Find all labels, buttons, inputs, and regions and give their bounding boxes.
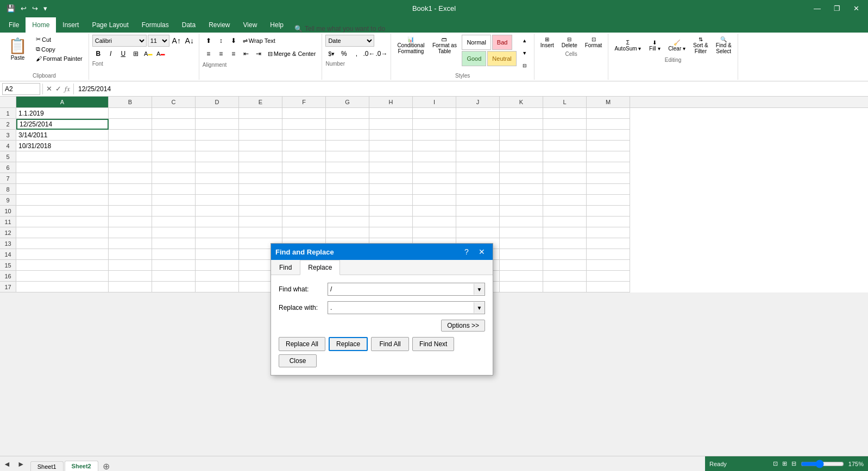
col-header-c[interactable]: C: [152, 97, 196, 107]
cell-I11[interactable]: [413, 217, 456, 227]
conditional-formatting-button[interactable]: 📊 ConditionalFormatting: [394, 35, 427, 56]
cell-C15[interactable]: [152, 260, 196, 271]
cell-D11[interactable]: [196, 217, 239, 227]
cell-G7[interactable]: [326, 173, 369, 184]
cell-M11[interactable]: [587, 217, 630, 227]
col-header-d[interactable]: D: [196, 97, 239, 107]
cell-L9[interactable]: [543, 195, 587, 206]
row-num-17[interactable]: 17: [0, 282, 16, 292]
cell-M1[interactable]: [587, 108, 630, 119]
cell-J5[interactable]: [456, 151, 500, 162]
cell-K4[interactable]: [500, 141, 543, 151]
col-header-g[interactable]: G: [326, 97, 369, 107]
underline-button[interactable]: U: [117, 48, 129, 60]
font-color-button[interactable]: A▬: [155, 48, 167, 60]
cell-I6[interactable]: [413, 162, 456, 173]
cell-I4[interactable]: [413, 141, 456, 151]
tab-page-layout[interactable]: Page Layout: [85, 17, 135, 33]
cell-C16[interactable]: [152, 271, 196, 282]
cell-C14[interactable]: [152, 249, 196, 260]
cell-G3[interactable]: [326, 130, 369, 141]
cell-A11[interactable]: [16, 217, 109, 227]
cell-A10[interactable]: [16, 206, 109, 217]
cell-G2[interactable]: [326, 119, 369, 130]
cell-K1[interactable]: [500, 108, 543, 119]
cancel-formula-button[interactable]: ✕: [45, 85, 53, 93]
cell-M17[interactable]: [587, 282, 630, 292]
cell-L16[interactable]: [543, 271, 587, 282]
cell-J9[interactable]: [456, 195, 500, 206]
cell-C8[interactable]: [152, 184, 196, 195]
confirm-formula-button[interactable]: ✓: [54, 85, 62, 93]
dialog-tab-find[interactable]: Find: [271, 260, 300, 275]
cell-G5[interactable]: [326, 151, 369, 162]
cell-D10[interactable]: [196, 206, 239, 217]
font-size-increase[interactable]: A↑: [171, 35, 183, 47]
format-as-table-button[interactable]: 🗃 Format asTable: [429, 35, 460, 56]
cell-B16[interactable]: [109, 271, 152, 282]
cell-M13[interactable]: [587, 238, 630, 249]
percent-button[interactable]: %: [338, 48, 350, 60]
cell-G4[interactable]: [326, 141, 369, 151]
cell-H3[interactable]: [369, 130, 413, 141]
fill-button[interactable]: ⬇ Fill ▾: [646, 35, 663, 56]
cell-L1[interactable]: [543, 108, 587, 119]
cell-H1[interactable]: [369, 108, 413, 119]
cell-F12[interactable]: [282, 227, 326, 238]
cell-H6[interactable]: [369, 162, 413, 173]
cell-F10[interactable]: [282, 206, 326, 217]
cell-B13[interactable]: [109, 238, 152, 249]
cell-E5[interactable]: [239, 151, 282, 162]
clear-button[interactable]: 🧹 Clear ▾: [665, 35, 688, 56]
row-num-12[interactable]: 12: [0, 227, 16, 238]
cell-H10[interactable]: [369, 206, 413, 217]
cell-F6[interactable]: [282, 162, 326, 173]
align-left-button[interactable]: ≡: [203, 48, 215, 60]
align-bottom-button[interactable]: ⬇: [228, 35, 240, 47]
cell-D3[interactable]: [196, 130, 239, 141]
find-what-dropdown[interactable]: ▼: [474, 284, 485, 292]
cell-C12[interactable]: [152, 227, 196, 238]
cell-B6[interactable]: [109, 162, 152, 173]
cell-K10[interactable]: [500, 206, 543, 217]
cell-G8[interactable]: [326, 184, 369, 195]
cell-L4[interactable]: [543, 141, 587, 151]
cell-D2[interactable]: [196, 119, 239, 130]
row-num-7[interactable]: 7: [0, 173, 16, 184]
col-header-j[interactable]: J: [456, 97, 500, 107]
styles-expand[interactable]: ⊟: [519, 60, 531, 72]
paste-button[interactable]: 📋 Paste: [3, 35, 32, 63]
cell-C3[interactable]: [152, 130, 196, 141]
cell-L12[interactable]: [543, 227, 587, 238]
row-num-15[interactable]: 15: [0, 260, 16, 271]
cell-C2[interactable]: [152, 119, 196, 130]
cell-J6[interactable]: [456, 162, 500, 173]
cell-L6[interactable]: [543, 162, 587, 173]
find-select-button[interactable]: 🔍 Find &Select: [713, 35, 734, 56]
cell-D14[interactable]: [196, 249, 239, 260]
align-middle-button[interactable]: ↕: [215, 35, 227, 47]
cell-C13[interactable]: [152, 238, 196, 249]
copy-button[interactable]: ⧉ Copy: [33, 44, 85, 54]
cell-E3[interactable]: [239, 130, 282, 141]
cell-J3[interactable]: [456, 130, 500, 141]
cell-B1[interactable]: [109, 108, 152, 119]
cell-F7[interactable]: [282, 173, 326, 184]
cell-M5[interactable]: [587, 151, 630, 162]
tab-file[interactable]: File: [2, 17, 26, 33]
find-what-input-wrapper[interactable]: ▼: [328, 283, 485, 292]
cell-A4[interactable]: 10/31/2018: [16, 141, 109, 151]
italic-button[interactable]: I: [105, 48, 117, 60]
dialog-tab-replace[interactable]: Replace: [300, 260, 340, 275]
font-name-select[interactable]: Calibri: [92, 35, 147, 47]
cell-G9[interactable]: [326, 195, 369, 206]
row-num-9[interactable]: 9: [0, 195, 16, 206]
cell-K2[interactable]: [500, 119, 543, 130]
row-num-8[interactable]: 8: [0, 184, 16, 195]
row-num-13[interactable]: 13: [0, 238, 16, 249]
cell-L13[interactable]: [543, 238, 587, 249]
currency-button[interactable]: $▾: [325, 48, 337, 60]
cell-D12[interactable]: [196, 227, 239, 238]
cell-H12[interactable]: [369, 227, 413, 238]
cell-C10[interactable]: [152, 206, 196, 217]
